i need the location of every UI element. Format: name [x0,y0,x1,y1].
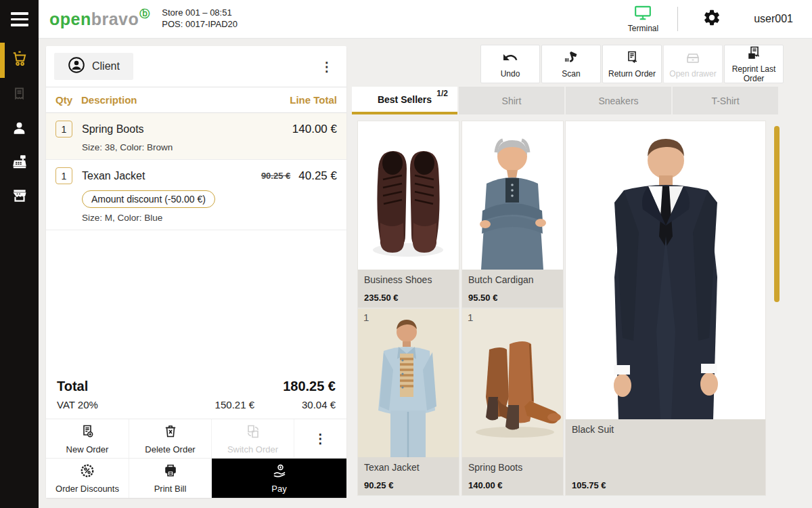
scan-button[interactable]: Scan [541,45,601,83]
col-description: Description [81,94,290,106]
product-name: Business Shoes [358,270,459,285]
more-actions-button[interactable]: ⋮ [294,419,346,458]
reprint-icon [746,45,762,64]
reprint-last-order-button[interactable]: Reprint Last Order [724,45,784,83]
product-name: Spring Boots [462,457,563,473]
vat-base: 150.21 € [153,399,254,410]
col-line-total: Line Total [290,94,337,106]
sidebar-item-store[interactable] [0,181,39,213]
tab-shirt[interactable]: Shirt [459,87,564,114]
delete-order-button[interactable]: Delete Order [129,419,211,458]
logo-text-open: open [49,11,91,28]
line-name: Texan Jacket [82,170,145,182]
printer-icon [162,463,179,482]
switch-order-icon [245,423,261,442]
product-price: 235.50 € [364,293,399,303]
openbravo-logo: openbravoⓑ [49,11,150,28]
drawer-icon [685,49,701,68]
tab-best-sellers[interactable]: Best Sellers 1/2 [352,87,457,114]
black-suit-image [566,121,765,419]
undo-button[interactable]: Undo [480,45,540,83]
line-attributes: Size: 38, Color: Brown [82,142,337,152]
pos-app: openbravoⓑ Store 001 – 08:51 POS: 0017-I… [0,0,812,508]
pay-hand-coin-icon [271,463,288,482]
store-line2: POS: 0017-IPAD20 [162,19,238,30]
catalog-toolbar: Undo Scan Return Order Open drawer Repri… [480,45,784,83]
product-name: Texan Jacket [358,457,459,473]
gear-icon [702,8,721,30]
store-icon [11,187,28,207]
tab-sneakers[interactable]: Sneakers [566,87,671,114]
product-qty-badge: 1 [363,312,369,323]
product-qty-badge: 1 [468,312,473,323]
discount-chip[interactable]: Amount discount (-50.00 €) [82,190,215,208]
product-name: Black Suit [566,419,765,435]
logo-mark-icon: ⓑ [139,8,150,18]
return-order-button[interactable]: Return Order [602,45,662,83]
order-line[interactable]: 1 Texan Jacket 90.25 € 40.25 € Amount di… [46,160,346,230]
line-original-price: 90.25 € [261,171,290,181]
cart-icon [11,50,28,70]
new-order-icon [79,423,95,442]
product-card-business-shoes[interactable]: Business Shoes 235.50 € [357,121,459,308]
tab-t-shirt[interactable]: T-Shirt [673,87,778,114]
product-card-butch-cardigan[interactable]: Butch Cardigan 95.50 € [461,121,564,308]
client-bar: Client ⋮ [46,46,346,87]
barcode-scanner-icon [563,49,579,68]
switch-order-button: Switch Order [211,419,294,458]
line-qty-badge: 1 [55,121,72,137]
store-info: Store 001 – 08:51 POS: 0017-IPAD20 [162,7,238,30]
product-card-spring-boots[interactable]: 1 Spring Boots 140.00 € [461,308,564,496]
return-order-icon [624,49,640,68]
order-columns-header: Qty Description Line Total [46,87,346,113]
store-line1: Store 001 – 08:51 [162,7,238,19]
terminal-button[interactable]: Terminal [628,5,658,33]
product-price: 105.75 € [572,480,606,490]
total-label: Total [57,379,88,394]
receipt-icon [12,86,28,105]
col-qty: Qty [55,94,81,106]
vat-amount: 30.04 € [254,399,336,410]
butch-cardigan-image [462,121,563,270]
topbar: openbravoⓑ Store 001 – 08:51 POS: 0017-I… [39,0,812,39]
user-name[interactable]: user001 [754,13,793,25]
order-line[interactable]: 1 Spring Boots 140.00 € Size: 38, Color:… [46,113,346,160]
client-label: Client [92,60,120,72]
logo-text-bravo: bravo [91,11,139,28]
pay-button[interactable]: Pay [211,459,346,498]
person-icon [11,120,28,140]
sidebar-item-cash-register[interactable] [0,147,39,179]
product-card-texan-jacket[interactable]: 1 Texan Jacket 90.25 € [357,308,459,496]
line-total: 140.00 € [292,123,337,136]
category-tabs: Best Sellers 1/2 Shirt Sneakers T-Shirt [352,87,778,114]
product-card-black-suit[interactable]: Black Suit 105.75 € [565,121,766,496]
spring-boots-image [462,309,563,457]
total-value: 180.25 € [283,379,336,394]
product-price: 95.50 € [468,293,497,303]
print-bill-button[interactable]: Print Bill [129,459,211,498]
catalog-scrollbar[interactable] [774,126,780,302]
undo-icon [502,49,518,68]
topbar-divider [677,7,678,31]
tab-page-badge: 1/2 [436,89,448,98]
open-drawer-button: Open drawer [663,45,723,83]
settings-button[interactable] [702,8,721,30]
order-menu-button[interactable]: ⋮ [315,59,338,75]
sidebar-item-customers[interactable] [0,113,39,146]
discount-badge-icon [79,463,95,482]
order-lines: 1 Spring Boots 140.00 € Size: 38, Color:… [46,113,346,372]
line-name: Spring Boots [82,123,144,135]
line-attributes: Size: M, Color: Blue [82,213,337,223]
menu-icon[interactable] [0,0,39,39]
order-discounts-button[interactable]: Order Discounts [46,459,129,498]
cash-register-icon [11,153,28,173]
product-price: 90.25 € [364,480,393,490]
sidebar-item-sales[interactable] [0,43,39,78]
sidebar-item-receipts[interactable] [0,79,39,112]
new-order-button[interactable]: New Order [46,419,129,458]
client-button[interactable]: Client [54,53,133,80]
line-qty-badge: 1 [55,167,72,184]
client-avatar-icon [68,56,85,77]
sidebar [0,0,39,508]
order-panel: Client ⋮ Qty Description Line Total 1 Sp… [46,46,346,498]
